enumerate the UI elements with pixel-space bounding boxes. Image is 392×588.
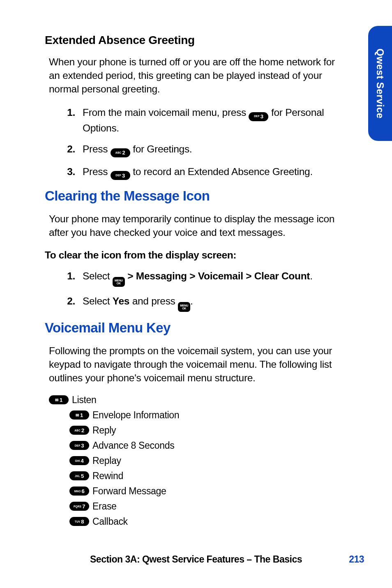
heading-extended-absence: Extended Absence Greeting xyxy=(45,34,332,47)
step-number: 2. xyxy=(53,142,83,156)
paragraph-extabs-intro: When your phone is turned off or you are… xyxy=(49,55,337,96)
page-footer: Section 3A: Qwest Service Features – The… xyxy=(0,554,392,565)
tree-label: Listen xyxy=(72,394,97,406)
tree-row: JKL5 Rewind xyxy=(69,470,332,482)
tree-label: Forward Message xyxy=(92,486,166,497)
step-item: 2. Press ABC2 for Greetings. xyxy=(45,142,332,157)
tree-label: Reply xyxy=(92,425,116,436)
step-number: 1. xyxy=(53,106,83,119)
tree-row: ABC2 Reply xyxy=(69,425,332,436)
key-abc2-icon: ABC2 xyxy=(111,148,130,157)
footer-text: Section 3A: Qwest Service Features – The… xyxy=(90,554,302,565)
menu-tree: ✉1 Listen ✉1 Envelope Information ABC2 R… xyxy=(49,394,332,527)
subheading-clear-icon: To clear the icon from the display scree… xyxy=(45,249,332,261)
step-item: 2. Select Yes and press MENU OK . xyxy=(45,294,332,312)
tree-row: ✉1 Listen xyxy=(49,394,332,406)
tree-row: PQRS7 Erase xyxy=(69,501,332,512)
key-def3-icon: DEF3 xyxy=(111,171,130,180)
key-ghi4-icon: GHI4 xyxy=(69,456,89,465)
key-env1-icon: ✉1 xyxy=(49,395,69,404)
heading-clearing-icon: Clearing the Message Icon xyxy=(45,188,332,204)
step-item: 1. From the main voicemail menu, press D… xyxy=(45,106,332,134)
key-tuv8-icon: TUV8 xyxy=(69,517,89,526)
tree-row: ✉1 Envelope Information xyxy=(69,410,332,421)
step-item: 1. Select MENU OK > Messaging > Voicemai… xyxy=(45,269,332,287)
key-pqrs7-icon: PQRS7 xyxy=(69,502,89,511)
step-text: Select MENU OK > Messaging > Voicemail >… xyxy=(83,269,332,287)
key-mno6-icon: MNO6 xyxy=(69,487,89,496)
key-menu-ok-icon: MENU OK xyxy=(113,277,125,287)
tree-sub: ✉1 Envelope Information ABC2 Reply DEF3 … xyxy=(69,410,332,527)
heading-voicemail-menu: Voicemail Menu Key xyxy=(45,320,332,336)
tree-row: GHI4 Replay xyxy=(69,455,332,466)
tree-label: Erase xyxy=(92,501,117,512)
key-def3-icon: DEF3 xyxy=(249,112,268,121)
tree-label: Rewind xyxy=(92,470,123,482)
step-text: Press DEF3 to record an Extended Absence… xyxy=(83,165,332,180)
step-number: 3. xyxy=(53,165,83,178)
key-jkl5-icon: JKL5 xyxy=(69,471,89,480)
key-def3-icon: DEF3 xyxy=(69,441,89,450)
tree-label: Envelope Information xyxy=(92,410,179,421)
paragraph-vmmenu-intro: Following the prompts on the voicemail s… xyxy=(49,344,337,385)
step-text: Select Yes and press MENU OK . xyxy=(83,294,332,312)
step-text: Press ABC2 for Greetings. xyxy=(83,142,332,157)
page-number: 213 xyxy=(349,554,364,565)
key-menu-ok-icon: MENU OK xyxy=(178,302,190,312)
envelope-icon: ✉ xyxy=(76,413,79,417)
step-text: From the main voicemail menu, press DEF3… xyxy=(83,106,332,134)
steps-extended-absence: 1. From the main voicemail menu, press D… xyxy=(45,106,332,180)
key-env1-icon: ✉1 xyxy=(69,410,89,420)
tree-label: Callback xyxy=(92,516,128,527)
side-tab-label: Qwest Service xyxy=(374,48,386,119)
step-item: 3. Press DEF3 to record an Extended Abse… xyxy=(45,165,332,180)
tree-label: Advance 8 Seconds xyxy=(92,440,175,451)
tree-row: MNO6 Forward Message xyxy=(69,486,332,497)
envelope-icon: ✉ xyxy=(55,398,58,402)
tree-row: DEF3 Advance 8 Seconds xyxy=(69,440,332,451)
tree-row: TUV8 Callback xyxy=(69,516,332,527)
side-tab: Qwest Service xyxy=(368,26,392,141)
steps-clear-icon: 1. Select MENU OK > Messaging > Voicemai… xyxy=(45,269,332,312)
key-abc2-icon: ABC2 xyxy=(69,426,89,435)
paragraph-clearicon-intro: Your phone may temporarily continue to d… xyxy=(49,212,337,239)
step-number: 2. xyxy=(53,294,83,308)
tree-label: Replay xyxy=(92,455,121,466)
step-number: 1. xyxy=(53,269,83,283)
page-content: Extended Absence Greeting When your phon… xyxy=(45,34,332,531)
